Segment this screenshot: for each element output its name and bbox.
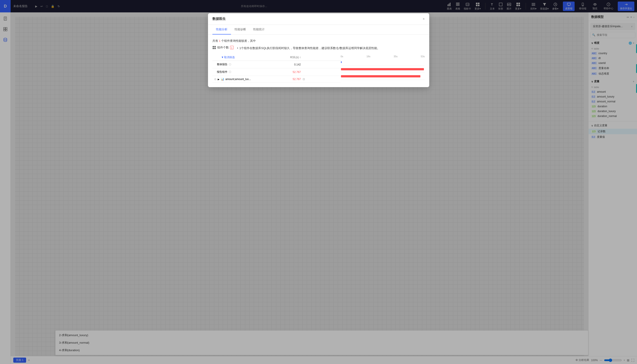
component-duration: 52.767 — [279, 70, 301, 74]
perf-row-amount: ⊙ ▶ 📊 amount;amount_lux... 52.767 ⊡ — [212, 76, 341, 83]
warning-text: • 1个组件在数据库SQL执行阶段耗时较久，导致整体查询性能差，建议联系数仓/数… — [237, 46, 380, 51]
overall-label: 整体报告 — [217, 62, 227, 66]
component-section: 组件个数 1 • 1个组件在数据库SQL执行阶段耗时较久，导致整体查询性能差，建… — [212, 46, 425, 51]
svg-rect-38 — [214, 48, 216, 49]
timeline-row-amount — [341, 73, 425, 80]
summary-count: 1 — [219, 39, 220, 42]
tab-performance-diagnosis[interactable]: 性能诊断 — [231, 25, 250, 34]
mark-18s: 18s — [366, 55, 370, 58]
perf-table-wrap: ▼取消筛选 时长(s) ↕ 整体报告 ⓘ 0.142 — [212, 54, 425, 83]
modal-header: 数据医生 × — [208, 13, 429, 25]
component-count-num: 1 — [230, 46, 234, 49]
copy-icon[interactable]: ⊡ — [303, 78, 305, 81]
timeline-row-overall — [341, 58, 425, 66]
modal-title: 数据医生 — [212, 17, 226, 21]
svg-rect-36 — [214, 46, 216, 47]
expand-row-icon[interactable]: ▶ — [218, 78, 220, 80]
modal-overlay[interactable]: 数据医生 × 性能分析 性能诊断 性能统计 共有 1 个组件查询性能较差，其中 … — [0, 0, 637, 364]
perf-left: ▼取消筛选 时长(s) ↕ 整体报告 ⓘ 0.142 — [212, 54, 341, 83]
component-info-icon[interactable]: ⓘ — [229, 70, 231, 74]
mark-35s: 35s — [394, 55, 398, 58]
perf-row-overall: 整体报告 ⓘ 0.142 — [212, 61, 341, 68]
svg-rect-35 — [213, 46, 214, 47]
overall-info-icon[interactable]: ⓘ — [229, 63, 231, 66]
overall-bar — [341, 61, 342, 63]
summary-row: 共有 1 个组件查询性能较差，其中 — [212, 39, 425, 43]
amount-duration: 52.767 — [279, 78, 301, 81]
summary-prefix: 共有 — [212, 39, 219, 42]
modal-body: 共有 1 个组件查询性能较差，其中 组件个数 1 • 1个组件在数据库SQL执行… — [208, 34, 429, 87]
perf-right: 0s 18s 35s 53s — [341, 54, 425, 83]
summary-suffix: 个组件查询性能较差，其中 — [221, 39, 256, 42]
perf-row-component: 报告组件 ⓘ 52.767 — [212, 68, 341, 76]
perf-header: ▼取消筛选 时长(s) ↕ — [212, 54, 341, 61]
cancel-filter-btn[interactable]: ▼取消筛选 — [221, 56, 235, 59]
mark-0s: 0s — [341, 55, 343, 58]
modal-close-btn[interactable]: × — [423, 17, 425, 21]
component-count-label: 组件个数 — [217, 46, 229, 50]
svg-rect-37 — [213, 48, 214, 49]
component-row-label: 报告组件 — [217, 70, 227, 74]
chart-row-icon: 📊 — [221, 78, 224, 81]
component-label: 组件个数 1 — [212, 46, 234, 50]
modal: 数据医生 × 性能分析 性能诊断 性能统计 共有 1 个组件查询性能较差，其中 … — [208, 13, 429, 87]
duration-header[interactable]: 时长(s) ↕ — [279, 56, 301, 59]
timeline-row-component — [341, 66, 425, 73]
tab-performance-analysis[interactable]: 性能分析 — [212, 25, 231, 34]
tab-performance-stats[interactable]: 性能统计 — [250, 25, 268, 34]
mark-53s: 53s — [421, 55, 425, 58]
target-row-icon[interactable]: ⊙ — [214, 78, 216, 81]
modal-tabs: 性能分析 性能诊断 性能统计 — [208, 25, 429, 34]
warning-content: 1个组件在数据库SQL执行阶段耗时较久，导致整体查询性能差，建议联系数仓/数据库… — [239, 46, 380, 51]
overall-duration: 0.142 — [279, 63, 301, 66]
amount-row-label: amount;amount_lux... — [225, 78, 251, 81]
component-bar — [341, 68, 424, 70]
timeline-marks: 0s 18s 35s 53s — [341, 54, 425, 58]
amount-bar — [341, 75, 420, 78]
